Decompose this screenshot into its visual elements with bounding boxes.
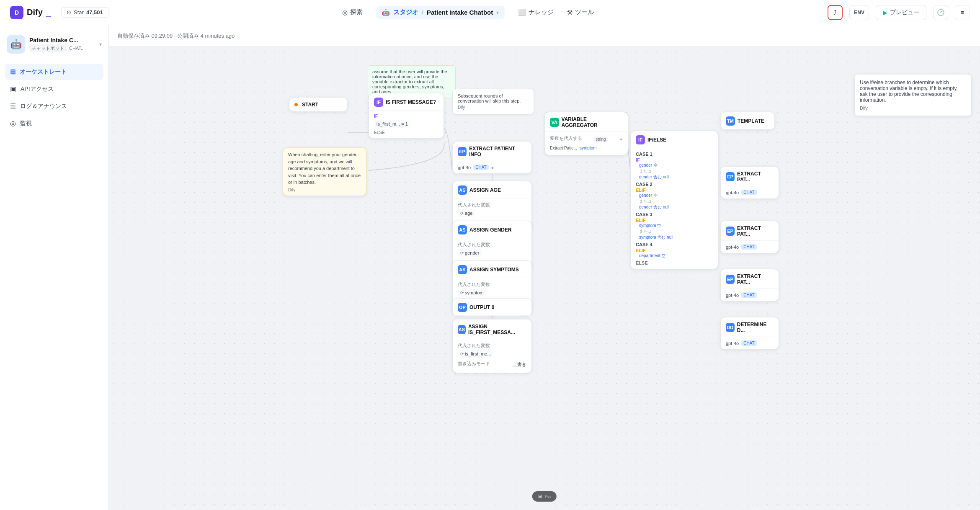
varagg-add[interactable]: + xyxy=(619,136,623,142)
if-condition: is_first_m... = 1 xyxy=(374,120,410,128)
assign-gender-header: AS ASSIGN GENDER xyxy=(453,221,531,238)
extract-r1-body: gpt-4o CHAT xyxy=(721,186,779,198)
node-variable-aggregator[interactable]: VA VARIABLE AGGREGATOR 変数を代入する string + … xyxy=(544,112,628,155)
chat-desc-source: Dify xyxy=(288,188,361,192)
tooltip-box: Use if/else branches to determine which … xyxy=(854,74,972,116)
tooltip-source: Dify xyxy=(860,106,966,111)
tooltip-text: Use if/else branches to determine which … xyxy=(860,80,966,103)
star-button[interactable]: ⊙ Star 47,501 xyxy=(61,7,108,18)
assign-symptoms-icon: AS xyxy=(458,265,467,274)
extract-body: gpt-4o CHAT ● xyxy=(453,161,531,173)
node-start-header: START xyxy=(289,98,347,111)
extract-r1-icon: EP xyxy=(726,172,735,181)
share-button[interactable]: ⤴ xyxy=(828,5,843,20)
app-name: Patient Intake C... xyxy=(29,37,95,44)
node-start[interactable]: START xyxy=(289,97,348,112)
sidebar-item-orchestrate[interactable]: ⊞ オーケストレート xyxy=(5,64,103,80)
ifelse-header: IF IF/ELSE xyxy=(631,131,718,148)
extract-model: gpt-4o xyxy=(458,165,471,170)
project-name[interactable]: Patient Intake Chatbot xyxy=(427,9,493,16)
env-button[interactable]: ENV xyxy=(849,5,869,20)
node-extract-r3[interactable]: EP EXTRACT PAT... gpt-4o CHAT xyxy=(720,269,779,301)
template-header: TM TEMPLATE xyxy=(721,112,774,129)
sidebar-item-monitor[interactable]: ◎ 監視 xyxy=(5,115,103,131)
node-output-0[interactable]: OP OUTPUT 0 xyxy=(452,298,532,316)
node-template[interactable]: TM TEMPLATE xyxy=(720,112,775,130)
assign-first-var: ⟳ is_first_me... xyxy=(458,350,493,358)
chat-desc-body: When chatting, enter your gender, age an… xyxy=(283,148,366,196)
logo[interactable]: D Dify_ xyxy=(10,6,51,19)
subtoolbar: 自動保存済み 09:29:09 · 公開済み 4 minutes ago xyxy=(109,25,980,47)
extract-icon: EP xyxy=(458,147,467,156)
logo-text: Dify xyxy=(27,8,43,17)
main-canvas-area: 自動保存済み 09:29:09 · 公開済み 4 minutes ago xyxy=(109,25,980,510)
tools-icon: ⚒ xyxy=(567,9,573,16)
node-extract-r1[interactable]: EP EXTRACT PAT... gpt-4o CHAT xyxy=(720,166,779,199)
determine-icon: DD xyxy=(726,323,735,332)
nav-right: ⤴ ENV ▶ プレビュー 🕐 ≡ xyxy=(828,5,970,20)
app-icon: 🤖 xyxy=(7,35,25,54)
chevron-icon[interactable]: ▾ xyxy=(99,41,102,47)
menu-icon: ≡ xyxy=(961,9,965,16)
app-header: 🤖 Patient Intake C... チャットボット CHAT... ▾ xyxy=(0,32,108,60)
explore-nav[interactable]: ◎ 探索 xyxy=(342,8,363,16)
assign-age-icon: AS xyxy=(458,185,467,195)
studio-label[interactable]: スタジオ xyxy=(393,8,418,16)
sidebar-item-logs[interactable]: ☰ ログ＆アナウンス xyxy=(5,98,103,114)
node-extract-r2[interactable]: EP EXTRACT PAT... gpt-4o CHAT xyxy=(720,221,779,253)
extract-r1-header: EP EXTRACT PAT... xyxy=(721,167,779,186)
assign-age-header: AS ASSIGN AGE xyxy=(453,181,531,198)
node-chat-desc: When chatting, enter your gender, age an… xyxy=(283,147,366,196)
autosave-text: 自動保存済み 09:29:09 · 公開済み 4 minutes ago xyxy=(117,32,972,40)
nav-center: ◎ 探索 🤖 スタジオ / Patient Intake Chatbot ▾ ⬜… xyxy=(119,6,818,19)
assign-gender-icon: AS xyxy=(458,225,467,234)
chat-desc-text: When chatting, enter your gender, age an… xyxy=(288,151,361,186)
sidebar-menu: ⊞ オーケストレート ▣ APIアクセス ☰ ログ＆アナウンス ◎ 監視 xyxy=(0,60,108,136)
assign-symptoms-var: ⟳ symptom xyxy=(458,289,486,296)
sidebar-item-api[interactable]: ▣ APIアクセス xyxy=(5,81,103,97)
history-button[interactable]: 🕐 xyxy=(933,5,948,20)
node-assign-first[interactable]: AS ASSIGN IS_FIRST_MESSA... 代入された変数 ⟳ is… xyxy=(452,319,532,373)
chevron-down-icon[interactable]: ▾ xyxy=(496,10,499,15)
app-type-tag: チャットボット xyxy=(29,44,67,52)
sidebar: 🤖 Patient Intake C... チャットボット CHAT... ▾ … xyxy=(0,25,109,510)
knowledge-nav[interactable]: ⬜ ナレッジ xyxy=(518,8,554,16)
node-determine[interactable]: DD DETERMINE D... gpt-4o CHAT xyxy=(720,317,779,350)
topnav: D Dify_ ⊙ Star 47,501 ◎ 探索 🤖 スタジオ / Pati… xyxy=(0,0,980,25)
preview-button[interactable]: ▶ プレビュー xyxy=(876,5,926,20)
logo-cursor: _ xyxy=(46,7,51,18)
node-is-first[interactable]: IF IS FIRST MESSAGE? IF is_first_m... = … xyxy=(369,93,444,139)
node-ifelse[interactable]: IF IF/ELSE CASE 1 IF gender 空 または gender… xyxy=(630,131,718,269)
output-0-header: OP OUTPUT 0 xyxy=(453,299,531,316)
extract-r2-body: gpt-4o CHAT xyxy=(721,241,779,253)
api-icon: ▣ xyxy=(10,85,16,93)
start-dot xyxy=(294,103,298,106)
monitor-icon: ◎ xyxy=(10,119,16,127)
assign-age-var: ⟳ age xyxy=(458,209,475,217)
more-button[interactable]: ≡ xyxy=(955,5,970,20)
extract-r3-body: gpt-4o CHAT xyxy=(721,289,779,301)
extract-header: EP EXTRACT PATIENT INFO xyxy=(453,142,531,161)
is-first-header: IF IS FIRST MESSAGE? xyxy=(369,93,444,111)
assign-first-header: AS ASSIGN IS_FIRST_MESSA... xyxy=(453,319,531,339)
app-info: Patient Intake C... チャットボット CHAT... xyxy=(29,37,95,52)
template-icon: TM xyxy=(726,116,735,126)
explore-icon: ◎ xyxy=(342,9,348,16)
extract-r3-header: EP EXTRACT PAT... xyxy=(721,269,779,289)
assign-first-icon: AS xyxy=(458,325,466,334)
app-chat-tag: CHAT... xyxy=(69,46,85,51)
assign-symptoms-header: AS ASSIGN SYMPTOMS xyxy=(453,261,531,278)
knowledge-icon: ⬜ xyxy=(518,9,526,16)
clock-icon: 🕐 xyxy=(937,9,945,16)
node-extract-patient[interactable]: EP EXTRACT PATIENT INFO gpt-4o CHAT ● xyxy=(452,141,532,174)
canvas[interactable]: assume that the user will provide the in… xyxy=(109,47,980,510)
tools-nav[interactable]: ⚒ ツール xyxy=(567,8,594,16)
else-label: ELSE xyxy=(374,130,438,135)
app-sub: チャットボット CHAT... xyxy=(29,44,95,52)
share-icon: ⤴ xyxy=(833,9,837,16)
assign-first-body: 代入された変数 ⟳ is_first_me... 書き込みモード 上書き xyxy=(453,339,531,373)
extract-r2-header: EP EXTRACT PAT... xyxy=(721,221,779,241)
output-0-icon: OP xyxy=(458,303,467,312)
varagg-icon: VA xyxy=(550,118,559,127)
conv-note: Subsequent rounds of conversation will s… xyxy=(452,89,534,114)
